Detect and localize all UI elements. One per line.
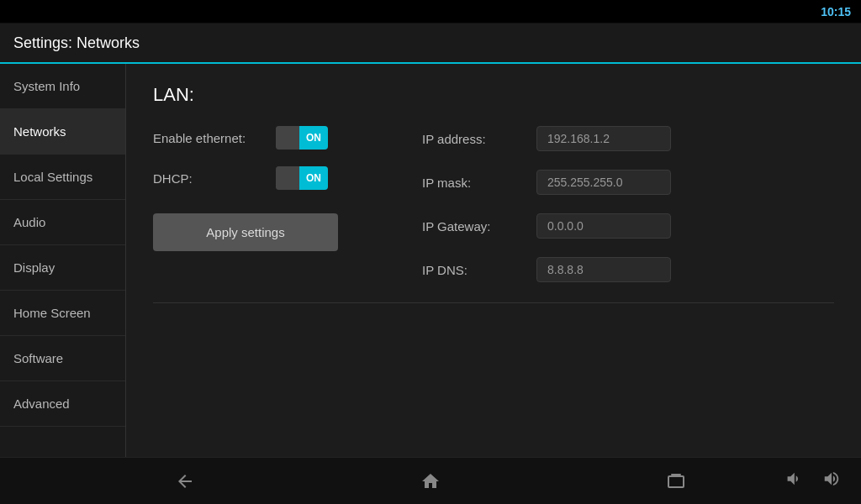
dhcp-toggle-off [276,166,299,190]
sidebar-item-display[interactable]: Display [0,245,125,291]
title-bar: Settings: Networks [0,24,861,64]
ip-dns-value: 8.8.8.8 [536,257,671,282]
volume-low-button[interactable] [784,470,802,492]
toggle-on-part: ON [299,126,328,150]
section-divider [153,302,834,303]
volume-high-button[interactable] [822,470,841,492]
sidebar: System Info Networks Local Settings Audi… [0,64,126,457]
sidebar-item-system-info[interactable]: System Info [0,64,125,109]
ip-gateway-row: IP Gateway: 0.0.0.0 [422,213,671,239]
dhcp-row: DHCP: ON [153,166,372,190]
ip-address-label: IP address: [422,132,523,146]
recents-button[interactable] [659,465,693,498]
content-area: LAN: Enable ethernet: ON DHCP: [126,64,861,457]
sidebar-item-home-screen[interactable]: Home Screen [0,291,125,336]
lan-layout: Enable ethernet: ON DHCP: ON Apply setti… [153,126,834,282]
page-title: Settings: Networks [13,34,140,52]
lan-controls: Enable ethernet: ON DHCP: ON Apply setti… [153,126,372,282]
section-title: LAN: [153,84,834,106]
enable-ethernet-label: Enable ethernet: [153,131,262,145]
lan-ip-settings: IP address: 192.168.1.2 IP mask: 255.255… [422,126,671,282]
clock: 10:15 [821,5,851,18]
ip-gateway-label: IP Gateway: [422,219,523,234]
svg-rect-0 [668,476,684,487]
sidebar-item-audio[interactable]: Audio [0,200,125,245]
enable-ethernet-toggle[interactable]: ON [276,126,328,150]
sidebar-item-networks[interactable]: Networks [0,109,125,155]
ip-address-value: 192.168.1.2 [536,126,671,151]
svg-rect-1 [671,474,681,475]
nav-bar [0,457,861,504]
ip-dns-row: IP DNS: 8.8.8.8 [422,257,671,282]
sidebar-item-advanced[interactable]: Advanced [0,381,125,427]
dhcp-label: DHCP: [153,171,262,186]
volume-controls [784,470,841,492]
apply-settings-button[interactable]: Apply settings [153,213,338,251]
dhcp-toggle[interactable]: ON [276,166,328,190]
ip-mask-label: IP mask: [422,176,523,190]
toggle-off-part [276,126,299,150]
ip-gateway-value: 0.0.0.0 [536,213,671,239]
back-button[interactable] [168,465,202,498]
main-layout: System Info Networks Local Settings Audi… [0,64,861,457]
sidebar-item-software[interactable]: Software [0,336,125,381]
ip-dns-label: IP DNS: [422,263,523,277]
ip-address-row: IP address: 192.168.1.2 [422,126,671,151]
home-button[interactable] [414,465,447,498]
dhcp-toggle-on: ON [299,166,328,190]
enable-ethernet-row: Enable ethernet: ON [153,126,372,150]
sidebar-item-local-settings[interactable]: Local Settings [0,155,125,200]
ip-mask-value: 255.255.255.0 [536,170,671,195]
status-bar: 10:15 [0,0,861,24]
ip-mask-row: IP mask: 255.255.255.0 [422,170,671,195]
